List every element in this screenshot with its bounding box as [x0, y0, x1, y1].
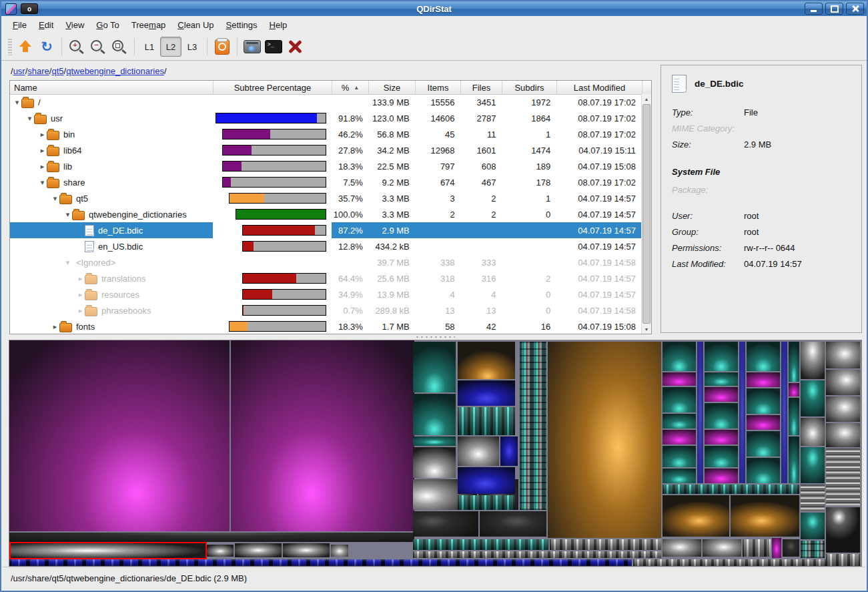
treemap-tile[interactable] [283, 543, 330, 557]
expand-closed-icon[interactable]: ▸ [38, 130, 47, 139]
treemap-tile[interactable] [663, 430, 696, 445]
tree-row-fonts[interactable]: ▸fonts18.3%1.7 MB58421604.07.19 15:08 [10, 318, 641, 334]
delete-button[interactable] [284, 37, 306, 57]
titlebar[interactable]: o QDirStat [1, 1, 867, 16]
scroll-down-icon[interactable]: ▼ [642, 324, 651, 334]
column-header-name[interactable]: Name [10, 81, 213, 94]
treemap-tile[interactable] [458, 467, 515, 494]
scroll-up-icon[interactable]: ▲ [642, 94, 651, 103]
treemap-tile[interactable] [663, 469, 696, 483]
menu-clean-up[interactable]: Clean Up [171, 18, 220, 32]
expand-open-icon[interactable]: ▾ [25, 114, 34, 123]
treemap-tile[interactable] [826, 507, 860, 553]
zoom-in-button[interactable]: + [66, 37, 87, 57]
treemap-tile[interactable] [663, 372, 696, 386]
treemap-tile[interactable] [413, 436, 456, 446]
expand-open-icon[interactable]: ▾ [63, 210, 72, 219]
treemap-tile[interactable] [500, 436, 518, 466]
treemap-tile[interactable] [9, 340, 230, 531]
expand-open-icon[interactable]: ▾ [63, 258, 72, 267]
expand-open-icon[interactable]: ▾ [13, 98, 21, 107]
tree-row-bin[interactable]: ▸bin46.2%56.8 MB4511108.07.19 17:02 [10, 126, 641, 142]
treemap-tile[interactable] [413, 342, 456, 392]
treemap-tile[interactable] [703, 539, 741, 557]
treemap-tile[interactable] [705, 469, 738, 483]
expand-closed-icon[interactable]: ▸ [38, 162, 47, 171]
toolbar-grip[interactable] [8, 38, 12, 55]
treemap-tile[interactable] [801, 342, 825, 379]
zoom-out-button[interactable]: − [87, 37, 109, 57]
column-header-files[interactable]: Files [461, 81, 502, 94]
expand-open-icon[interactable]: ▾ [38, 178, 47, 187]
treemap-tile[interactable] [826, 449, 860, 506]
menu-go-to[interactable]: Go To [90, 18, 125, 32]
treemap-tile[interactable] [705, 403, 738, 428]
treemap-tile[interactable] [747, 458, 780, 483]
treemap-tile[interactable] [413, 394, 456, 435]
treemap-tile[interactable] [663, 414, 696, 428]
tree-row-resources[interactable]: ▸resources34.9%13.9 MB44004.07.19 14:57 [10, 286, 641, 302]
treemap-tile[interactable] [789, 436, 799, 483]
column-header-subtree-percentage[interactable]: Subtree Percentage [213, 81, 332, 94]
refresh-button[interactable]: ↻ [36, 37, 57, 57]
zoom-fit-button[interactable] [109, 37, 130, 57]
menu-view[interactable]: View [59, 18, 90, 32]
tree-row-root[interactable]: ▾/133.9 MB155563451197208.07.19 17:02 [10, 94, 641, 110]
minimize-button[interactable] [805, 3, 823, 15]
expand-closed-icon[interactable]: ▸ [76, 306, 85, 315]
tree-row-ignored[interactable]: ▾<Ignored>39.7 MB33833304.07.19 14:58 [10, 254, 641, 270]
treemap-tile[interactable] [705, 342, 738, 371]
menu-help[interactable]: Help [264, 18, 294, 32]
treemap-tile[interactable] [705, 430, 738, 445]
move-to-trash-button[interactable] [211, 37, 233, 57]
tree-row-qtwebengine-dictionaries[interactable]: ▾qtwebengine_dictionaries100.0%3.3 MB220… [10, 206, 641, 222]
tree-row-share[interactable]: ▾share7.5%9.2 MB67446717808.07.19 17:02 [10, 174, 641, 190]
expand-closed-icon[interactable]: ▸ [38, 146, 47, 155]
column-header-last-modified[interactable]: Last Modified [557, 81, 642, 94]
treemap-tile[interactable] [772, 538, 781, 558]
treemap-tile[interactable] [747, 415, 780, 430]
treemap-tile[interactable] [801, 485, 825, 511]
treemap-tile[interactable] [235, 543, 282, 557]
column-header-root[interactable]: %▲ [332, 81, 369, 94]
treemap-tile[interactable] [663, 485, 799, 494]
tree-row-phrasebooks[interactable]: ▸phrasebooks0.7%289.8 kB1313004.07.19 14… [10, 302, 641, 318]
scroll-thumb[interactable] [642, 104, 650, 324]
treemap-tile[interactable] [663, 387, 696, 412]
treemap-tile[interactable] [731, 495, 799, 537]
menu-edit[interactable]: Edit [33, 18, 59, 32]
treemap-tile[interactable] [413, 539, 548, 550]
treemap-tile[interactable] [801, 447, 825, 483]
treemap-tile[interactable] [826, 554, 860, 566]
treemap-tile[interactable] [783, 539, 799, 557]
column-header-subdirs[interactable]: Subdirs [502, 81, 557, 94]
tree-row-en-us-bdic[interactable]: en_US.bdic12.8%434.2 kB04.07.19 14:57 [10, 238, 641, 254]
treemap-tile[interactable] [826, 396, 860, 422]
treemap-tile[interactable] [826, 423, 860, 447]
treemap-tile[interactable] [747, 388, 780, 414]
treemap-tile[interactable] [413, 551, 661, 558]
expand-closed-icon[interactable]: ▸ [51, 322, 59, 331]
treemap-tile[interactable] [458, 380, 515, 406]
treemap-tile[interactable] [480, 511, 546, 537]
treemap-tile[interactable] [826, 370, 860, 395]
treemap-tile[interactable] [697, 342, 703, 483]
treemap-tile[interactable] [207, 545, 234, 557]
treemap-tile[interactable] [548, 342, 661, 538]
treemap-tile[interactable] [789, 383, 799, 396]
breadcrumb-link-share[interactable]: share [27, 66, 49, 76]
expand-closed-icon[interactable]: ▸ [76, 274, 85, 283]
tree-row-lib[interactable]: ▸lib18.3%22.5 MB79760818904.07.19 15:08 [10, 158, 641, 174]
treemap-tile[interactable] [789, 398, 799, 435]
close-button[interactable] [846, 3, 864, 15]
treemap-tile[interactable] [458, 342, 515, 379]
column-header-size[interactable]: Size [369, 81, 416, 94]
treemap-tile[interactable] [739, 342, 745, 483]
treemap-tile[interactable] [705, 387, 738, 402]
treemap-tile[interactable] [826, 342, 860, 368]
treemap-tile[interactable] [520, 342, 546, 510]
menu-treemap[interactable]: Treemap [125, 18, 172, 32]
treemap-tile[interactable] [663, 446, 696, 467]
treemap-level-2-button[interactable]: L2 [160, 37, 181, 57]
tree-row-de-de-bdic[interactable]: de_DE.bdic87.2%2.9 MB04.07.19 14:57 [10, 222, 641, 238]
